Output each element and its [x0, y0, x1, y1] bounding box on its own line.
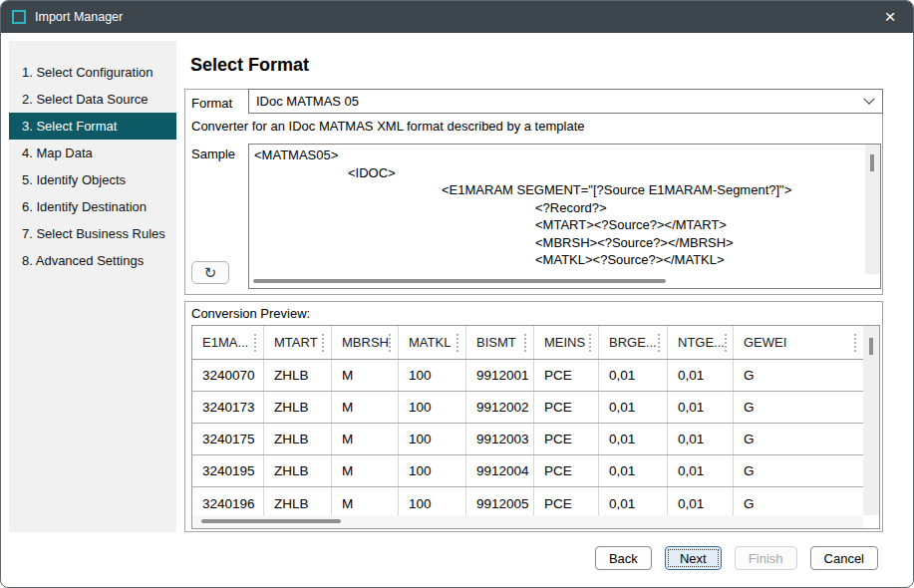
column-menu-icon[interactable]	[254, 342, 256, 344]
close-button[interactable]: ×	[867, 1, 913, 33]
column-header-label: BISMT	[476, 335, 516, 350]
table-cell: ZHLB	[264, 424, 332, 454]
table-cell: G	[734, 487, 863, 515]
sample-horizontal-scrollbar[interactable]	[249, 274, 865, 288]
sample-label: Sample	[191, 147, 235, 161]
table-cell: G	[734, 360, 863, 391]
table-cell: 0,01	[599, 392, 668, 423]
column-menu-icon[interactable]	[389, 342, 391, 344]
format-description: Converter for an IDoc MATMAS XML format …	[191, 119, 584, 134]
table-cell: M	[332, 487, 399, 515]
column-header[interactable]: E1MA...	[192, 326, 264, 359]
column-menu-icon[interactable]	[457, 342, 458, 344]
format-label: Format	[191, 96, 232, 111]
table-cell: 3240070	[192, 360, 264, 391]
table-cell: 3240195	[192, 455, 264, 486]
finish-button[interactable]: Finish	[735, 546, 797, 570]
column-header[interactable]: MATKL	[399, 326, 466, 359]
table-cell: 100	[399, 424, 466, 454]
table-cell: 0,01	[668, 455, 734, 486]
table-cell: 9912003	[466, 424, 534, 454]
table-row[interactable]: 3240173 ZHLB M 100 9912002 PCE 0,01 0,01…	[192, 392, 863, 424]
column-header-label: MTART	[274, 335, 318, 350]
table-cell: PCE	[534, 455, 599, 486]
sample-vertical-scrollbar-thumb[interactable]	[870, 154, 874, 171]
chevron-down-icon	[863, 93, 874, 104]
column-menu-icon[interactable]	[854, 342, 856, 344]
table-cell: ZHLB	[264, 455, 332, 486]
table-cell: G	[734, 455, 863, 486]
table-horizontal-scrollbar-thumb[interactable]	[201, 519, 341, 523]
sidebar-item-select-data-source[interactable]: 2. Select Data Source	[9, 86, 176, 113]
column-menu-icon[interactable]	[322, 342, 324, 344]
table-cell: 0,01	[668, 424, 734, 454]
column-header-label: BRGE...	[609, 335, 657, 350]
table-cell: PCE	[534, 487, 599, 515]
sample-vertical-scrollbar[interactable]	[865, 145, 880, 274]
sidebar-item-select-format[interactable]: 3. Select Format	[9, 113, 176, 140]
sidebar-item-map-data[interactable]: 4. Map Data	[9, 140, 176, 166]
column-header[interactable]: MEINS	[534, 326, 599, 359]
table-row[interactable]: 3240196 ZHLB M 100 9912005 PCE 0,01 0,01…	[192, 487, 863, 515]
conversion-preview-label: Conversion Preview:	[191, 306, 310, 321]
dialog-button-bar: Back Next Finish Cancel	[595, 546, 878, 570]
table-cell: G	[734, 424, 863, 454]
format-group: Format IDoc MATMAS 05 Converter for an I…	[184, 89, 883, 295]
column-header-label: MEINS	[544, 335, 585, 350]
table-cell: ZHLB	[264, 392, 332, 423]
app-icon	[12, 10, 26, 24]
column-menu-icon[interactable]	[524, 342, 526, 344]
next-button[interactable]: Next	[665, 546, 722, 570]
column-header-label: MATKL	[409, 335, 451, 350]
table-cell: 100	[399, 455, 466, 486]
table-cell: 3240196	[192, 487, 264, 515]
table-row[interactable]: 3240175 ZHLB M 100 9912003 PCE 0,01 0,01…	[192, 424, 863, 455]
column-header[interactable]: MTART	[264, 326, 332, 359]
column-header[interactable]: BISMT	[466, 326, 534, 359]
column-menu-icon[interactable]	[725, 342, 727, 344]
column-header[interactable]: MBRSH	[332, 326, 399, 359]
sidebar-item-select-business-rules[interactable]: 7. Select Business Rules	[9, 220, 176, 247]
column-header-label: GEWEI	[744, 335, 786, 350]
column-header[interactable]: NTGE...	[668, 326, 734, 359]
table-horizontal-scrollbar[interactable]	[192, 515, 863, 528]
sidebar-item-advanced-settings[interactable]: 8. Advanced Settings	[9, 247, 176, 274]
refresh-button[interactable]: ↻	[191, 261, 229, 284]
table-cell: 0,01	[668, 360, 734, 391]
cancel-button[interactable]: Cancel	[810, 546, 878, 570]
table-cell: M	[332, 424, 399, 454]
preview-table-grid: E1MA... MTART MBRSH MATKL BISMT MEINS BR…	[192, 326, 863, 515]
sample-horizontal-scrollbar-thumb[interactable]	[253, 279, 666, 283]
column-header-label: E1MA...	[202, 335, 248, 350]
table-cell: 0,01	[668, 487, 734, 515]
table-cell: M	[332, 455, 399, 486]
wizard-steps-sidebar: 1. Select Configuration 2. Select Data S…	[9, 41, 176, 532]
format-dropdown[interactable]: IDoc MATMAS 05	[248, 89, 883, 114]
sidebar-item-identify-destination[interactable]: 6. Identify Destination	[9, 193, 176, 220]
sample-xml-text: <MATMAS05> <IDOC> <E1MARAM SEGMENT="[?So…	[254, 147, 862, 273]
table-cell: 3240173	[192, 392, 264, 423]
column-header[interactable]: GEWEI	[734, 326, 863, 359]
table-cell: 0,01	[668, 392, 734, 423]
column-header-label: MBRSH	[342, 335, 389, 350]
table-cell: 100	[399, 487, 466, 515]
table-cell: 0,01	[599, 455, 668, 486]
column-header[interactable]: BRGE...	[599, 326, 668, 359]
sidebar-item-identify-objects[interactable]: 5. Identify Objects	[9, 166, 176, 193]
table-vertical-scrollbar-thumb[interactable]	[869, 338, 873, 355]
sample-preview-box[interactable]: <MATMAS05> <IDOC> <E1MARAM SEGMENT="[?So…	[248, 144, 881, 289]
table-cell: PCE	[534, 392, 599, 423]
conversion-preview-group: Conversion Preview: E1MA... MTART MBRSH …	[184, 301, 883, 532]
table-vertical-scrollbar[interactable]	[863, 326, 879, 515]
table-cell: PCE	[534, 424, 599, 454]
table-cell: 3240175	[192, 424, 264, 454]
back-button[interactable]: Back	[595, 546, 652, 570]
sidebar-item-select-configuration[interactable]: 1. Select Configuration	[9, 59, 176, 86]
table-cell: 9912005	[466, 487, 534, 515]
titlebar: Import Manager ×	[1, 1, 913, 33]
column-menu-icon[interactable]	[589, 342, 591, 344]
table-row[interactable]: 3240195 ZHLB M 100 9912004 PCE 0,01 0,01…	[192, 455, 863, 487]
column-menu-icon[interactable]	[658, 342, 660, 344]
table-row[interactable]: 3240070 ZHLB M 100 9912001 PCE 0,01 0,01…	[192, 360, 863, 392]
import-manager-dialog: Import Manager × 1. Select Configuration…	[0, 0, 914, 588]
